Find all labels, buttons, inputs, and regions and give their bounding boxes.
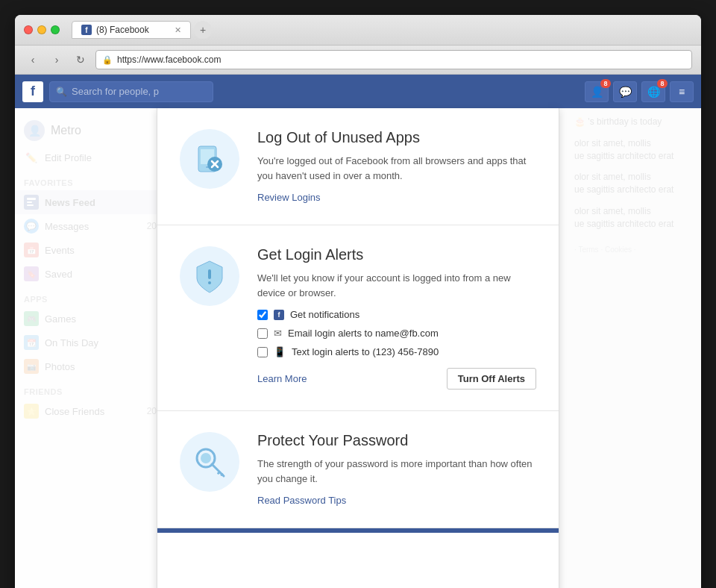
login-alerts-body: Get Login Alerts We'll let you know if y… [257,246,536,390]
alerts-badge: 8 [657,79,668,88]
login-alerts-desc: We'll let you know if your account is lo… [257,271,536,300]
maximize-traffic-light[interactable] [51,25,60,34]
notification-badge: 8 [600,79,611,88]
browser-titlebar: f (8) Facebook ✕ + [15,15,701,46]
search-icon: 🔍 [56,87,67,97]
svg-rect-9 [208,269,211,279]
facebook-header: f 🔍 👤 8 💬 🌐 8 ≡ [15,75,701,108]
back-button[interactable]: ‹ [24,51,42,69]
new-tab-button[interactable]: + [194,21,212,39]
search-input[interactable] [72,86,207,97]
login-alerts-options: f Get notifications ✉ Email login alerts… [257,309,536,357]
notification-icon: 👤 [591,86,603,98]
protect-password-desc: The strength of your password is more im… [257,457,536,486]
text-alerts-checkbox[interactable] [257,347,268,357]
protect-password-section: Protect Your Password The strength of yo… [157,411,559,528]
refresh-button[interactable]: ↻ [72,51,90,69]
tab-bar: f (8) Facebook ✕ + [72,21,692,39]
logout-apps-section: Log Out of Unused Apps You're logged out… [157,108,559,225]
minimize-traffic-light[interactable] [37,25,46,34]
messages-icon: 💬 [619,86,632,98]
read-password-tips-link[interactable]: Read Password Tips [257,495,346,506]
modal-overlay: Log Out of Unused Apps You're logged out… [15,108,701,588]
traffic-lights [24,25,60,34]
alerts-icon: 🌐 [647,86,660,98]
get-notifications-item: f Get notifications [257,309,536,320]
svg-point-12 [201,453,211,463]
browser-window: f (8) Facebook ✕ + ‹ › ↻ 🔒 https://www.f… [15,15,701,588]
protect-password-title: Protect Your Password [257,432,536,449]
header-menu-button[interactable]: ≡ [670,81,694,102]
get-notifications-checkbox[interactable] [257,310,268,320]
logout-apps-body: Log Out of Unused Apps You're logged out… [257,129,536,204]
tab-close-button[interactable]: ✕ [175,25,181,35]
header-alerts-button[interactable]: 🌐 8 [641,81,665,102]
url-text: https://www.facebook.com [117,54,221,65]
browser-toolbar: ‹ › ↻ 🔒 https://www.facebook.com [15,46,701,75]
login-alerts-footer: Learn More Turn Off Alerts [257,368,536,390]
tab-label: (8) Facebook [96,25,149,35]
phone-icon: 📱 [274,346,286,357]
email-alerts-checkbox[interactable] [257,328,268,339]
turn-off-alerts-button[interactable]: Turn Off Alerts [447,368,536,390]
svg-rect-10 [208,281,211,284]
facebook-main: 👤 Metro ✏️ Edit Profile FAVORITES News F… [15,108,701,588]
protect-password-body: Protect Your Password The strength of yo… [257,432,536,507]
menu-icon: ≡ [679,86,685,98]
browser-tab[interactable]: f (8) Facebook ✕ [72,21,191,39]
logout-apps-title: Log Out of Unused Apps [257,129,536,146]
review-logins-link[interactable]: Review Logins [257,192,321,203]
address-bar[interactable]: 🔒 https://www.facebook.com [95,50,692,69]
text-alerts-item: 📱 Text login alerts to (123) 456-7890 [257,346,536,357]
logout-apps-desc: You're logged out of Facebook from all b… [257,154,536,183]
email-alerts-label: Email login alerts to name@fb.com [288,328,439,339]
login-alerts-section: Get Login Alerts We'll let you know if y… [157,225,559,411]
facebook-logo: f [22,81,43,102]
facebook-search[interactable]: 🔍 [49,81,213,102]
header-right: 👤 8 💬 🌐 8 ≡ [585,81,694,102]
login-alerts-title: Get Login Alerts [257,246,536,263]
login-alerts-icon-circle [180,246,239,306]
header-messages-button[interactable]: 💬 [613,81,637,102]
facebook-page: f 🔍 👤 8 💬 🌐 8 ≡ [15,75,701,588]
logout-apps-icon-circle [180,129,239,189]
text-alerts-label: Text login alerts to (123) 456-7890 [292,346,439,357]
security-modal: Log Out of Unused Apps You're logged out… [157,108,559,588]
learn-more-link[interactable]: Learn More [257,373,307,384]
protect-password-icon [191,443,228,481]
get-notifications-label: Get notifications [290,309,359,320]
email-icon: ✉ [274,328,282,339]
email-alerts-item: ✉ Email login alerts to name@fb.com [257,328,536,339]
close-traffic-light[interactable] [24,25,33,34]
logout-apps-icon [191,140,228,178]
protect-password-icon-circle [180,432,239,492]
lock-icon: 🔒 [102,55,113,65]
modal-bottom-bar [157,528,559,533]
forward-button[interactable]: › [48,51,66,69]
facebook-notification-icon: f [274,310,284,320]
tab-favicon: f [81,25,92,35]
header-notifications-button[interactable]: 👤 8 [585,81,609,102]
login-alerts-icon [191,257,228,295]
